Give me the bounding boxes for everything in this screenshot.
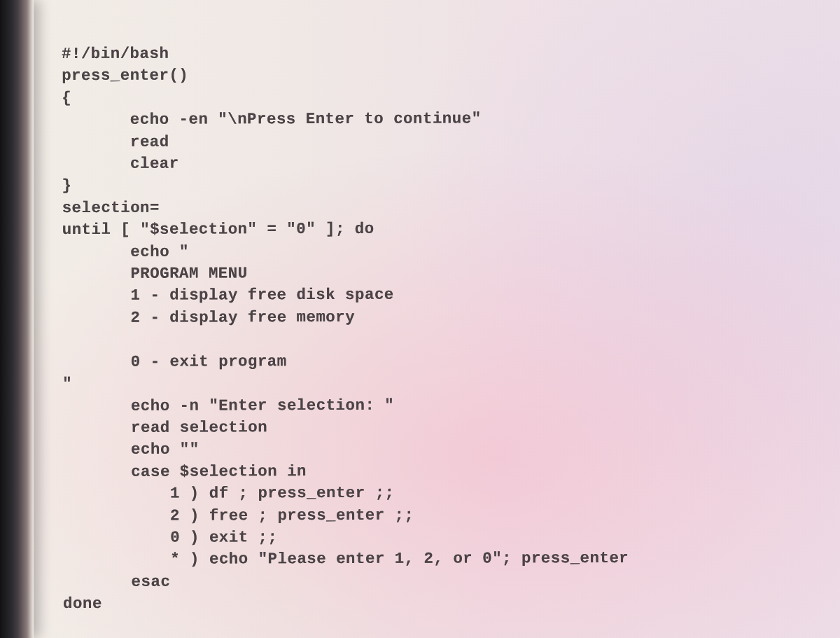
code-listing: #!/bin/bash press_enter() { echo -en "\n… (62, 41, 840, 615)
page-spine (0, 0, 34, 638)
page-surface: #!/bin/bash press_enter() { echo -en "\n… (34, 0, 840, 638)
